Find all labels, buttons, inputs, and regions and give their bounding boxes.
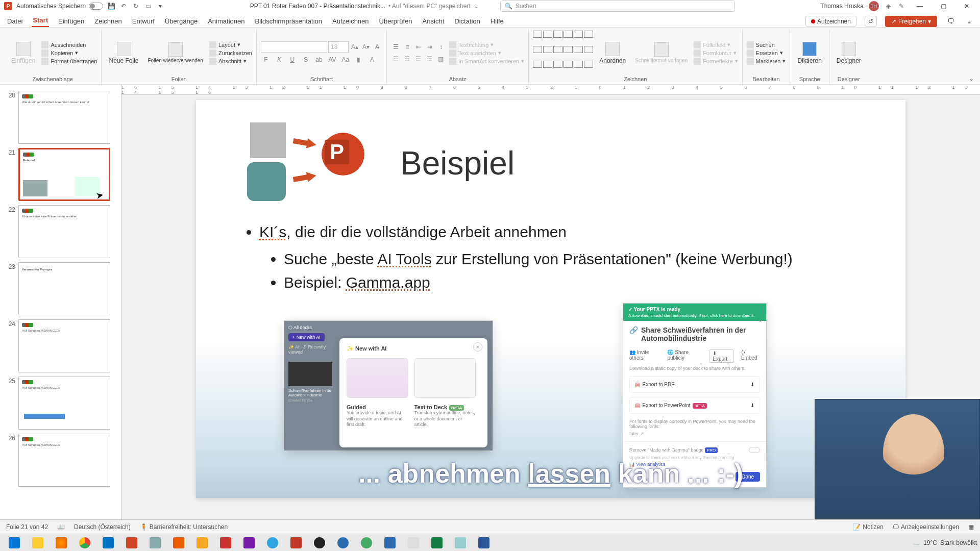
minimize-button[interactable]: — <box>911 1 929 12</box>
cut-button[interactable]: Ausschneiden <box>41 41 97 49</box>
autosave-toggle[interactable] <box>89 3 103 10</box>
indent-dec-icon: ⇤ <box>413 42 424 52</box>
app-icon[interactable] <box>332 535 354 550</box>
tab-animationen[interactable]: Animationen <box>207 15 246 27</box>
decrease-font-icon: A▾ <box>361 42 371 52</box>
format-painter-button[interactable]: Format übertragen <box>41 57 97 65</box>
redo-icon[interactable]: ↻ <box>132 2 140 10</box>
app-icon[interactable] <box>191 535 213 550</box>
dictate-button[interactable]: Diktieren <box>794 31 824 75</box>
outlook-icon[interactable] <box>97 535 119 550</box>
start-button[interactable] <box>3 535 26 550</box>
undo-icon[interactable]: ↶ <box>119 2 128 10</box>
search-input[interactable]: 🔍 Suchen <box>500 1 735 12</box>
notepad-icon[interactable] <box>449 535 472 550</box>
horizontal-ruler: 16 15 14 13 12 11 10 9 8 7 6 5 4 3 2 1 0… <box>121 85 980 95</box>
reset-button[interactable]: Zurücksetzen <box>209 49 252 57</box>
app-icon[interactable] <box>355 535 378 550</box>
slide-thumbnail-25[interactable]: In 8 Schritten (ADVANCED) <box>18 377 110 430</box>
chrome-icon[interactable] <box>74 535 96 550</box>
normal-view-icon[interactable]: ▦ <box>968 523 974 531</box>
powerpoint-taskbar-icon[interactable] <box>120 535 143 550</box>
new-slide-button[interactable]: Neue Folie <box>106 31 141 75</box>
find-button[interactable]: Suchen <box>747 41 786 49</box>
user-name[interactable]: Thomas Hruska <box>820 3 864 10</box>
slide-thumbnail-26[interactable]: In 8 Schritten (ADVANCED) <box>18 434 110 487</box>
arrange-button[interactable]: Anordnen <box>596 31 629 75</box>
firefox-icon[interactable] <box>50 535 72 550</box>
app-icon[interactable] <box>379 535 401 550</box>
app-icon[interactable] <box>402 535 425 550</box>
app-icon[interactable] <box>214 535 237 550</box>
tab-bildschirm[interactable]: Bildschirmpräsentation <box>254 15 323 27</box>
designer-button[interactable]: Designer <box>834 31 864 75</box>
tab-entwurf[interactable]: Entwurf <box>131 15 156 27</box>
notes-button[interactable]: 📝 Notizen <box>853 523 884 531</box>
telegram-icon[interactable] <box>261 535 284 550</box>
fill-button: Fülleffekt ▾ <box>694 41 738 49</box>
language-status[interactable]: Deutsch (Österreich) <box>74 523 131 531</box>
app-icon[interactable] <box>285 535 307 550</box>
accessibility-status[interactable]: 🧍Barrierefreiheit: Untersuchen <box>140 523 228 531</box>
slide-thumbnail-24[interactable]: In 8 Schritten (ADVANCED) <box>18 319 110 372</box>
slide-title[interactable]: Beispiel <box>400 144 514 182</box>
layout-button[interactable]: Layout ▾ <box>209 41 252 49</box>
slide-canvas[interactable]: Beispiel KI´s, die dir die vollständige … <box>196 100 905 498</box>
close-button[interactable]: ✕ <box>958 1 976 12</box>
pen-icon[interactable]: ✎ <box>897 2 905 10</box>
onenote-icon[interactable] <box>238 535 260 550</box>
excel-icon[interactable] <box>426 535 448 550</box>
quick-icon <box>654 42 669 57</box>
replace-button[interactable]: Ersetzen ▾ <box>747 49 786 57</box>
collapse-ribbon-icon[interactable]: ⌄ <box>964 15 974 27</box>
tab-uebergaenge[interactable]: Übergänge <box>164 15 199 27</box>
app-icon[interactable] <box>144 535 166 550</box>
vlc-icon[interactable] <box>167 535 190 550</box>
tab-start[interactable]: Start <box>32 14 49 27</box>
slide-counter[interactable]: Folie 21 von 42 <box>6 523 48 531</box>
qat-more-icon[interactable]: ▾ <box>156 2 164 10</box>
tab-ueberpruefen[interactable]: Überprüfen <box>378 15 413 27</box>
diamond-icon[interactable]: ◈ <box>884 2 892 10</box>
weather-widget[interactable]: ☁️ 19°C Stark bewölkt <box>913 539 977 546</box>
slide-thumbnail-23[interactable]: Verwendete Prompts <box>18 262 110 315</box>
title-dropdown-icon[interactable]: ⌄ <box>474 3 479 10</box>
present-icon[interactable]: ▭ <box>144 2 152 10</box>
explorer-icon[interactable] <box>27 535 49 550</box>
group-label: Absatz <box>391 75 524 83</box>
strike-icon: S <box>301 55 311 65</box>
copy-button[interactable]: Kopieren ▾ <box>41 49 97 57</box>
share-button[interactable]: ↗Freigeben▾ <box>885 16 937 27</box>
document-title[interactable]: PPT 01 Roter Faden 007 - Präsentationste… <box>250 3 385 10</box>
display-settings-button[interactable]: 🖵 Anzeigeeinstellungen <box>893 523 959 531</box>
tab-datei[interactable]: Datei <box>6 15 23 27</box>
avatar[interactable]: TH <box>869 1 879 11</box>
word-icon[interactable] <box>473 535 495 550</box>
tab-ansicht[interactable]: Ansicht <box>422 15 446 27</box>
shapes-gallery[interactable] <box>533 31 593 75</box>
reuse-slides-button[interactable]: Folien wiederverwenden <box>145 31 206 75</box>
slide-body[interactable]: KI´s, die dir die vollständige Arbeit an… <box>245 220 793 295</box>
section-button[interactable]: Abschnitt ▾ <box>209 57 252 65</box>
tab-einfuegen[interactable]: Einfügen <box>57 15 85 27</box>
slide-thumbnails-panel[interactable]: 20 Wie du dir von KI Arbeit abnehmen las… <box>0 85 121 519</box>
save-icon[interactable]: 💾 <box>107 2 115 10</box>
maximize-button[interactable]: ▢ <box>934 1 952 12</box>
tab-hilfe[interactable]: Hilfe <box>489 15 505 27</box>
tab-zeichnen[interactable]: Zeichnen <box>93 15 122 27</box>
ribbon-options-icon[interactable]: ⌄ <box>967 73 976 84</box>
replace-icon <box>747 49 754 57</box>
obs-icon[interactable] <box>308 535 331 550</box>
tab-dictation[interactable]: Dictation <box>453 15 481 27</box>
record-button[interactable]: Aufzeichnen <box>805 16 856 27</box>
share-title: Share Schweißverfahren in der Automobili… <box>641 326 760 342</box>
history-button[interactable]: ↺ <box>865 16 877 27</box>
slide-thumbnail-20[interactable]: Wie du dir von KI Arbeit abnehmen lassen… <box>18 91 110 144</box>
slide-thumbnail-22[interactable]: KI-unterstützt eine Präsentation erstell… <box>18 205 110 258</box>
tab-aufzeichnen[interactable]: Aufzeichnen <box>331 15 370 27</box>
align-left-icon: ☰ <box>391 54 401 64</box>
spell-icon[interactable]: 📖 <box>57 523 65 531</box>
align-text-button: Text ausrichten ▾ <box>449 49 524 57</box>
comments-icon[interactable]: 🗨 <box>945 15 956 27</box>
select-button[interactable]: Markieren ▾ <box>747 57 786 65</box>
